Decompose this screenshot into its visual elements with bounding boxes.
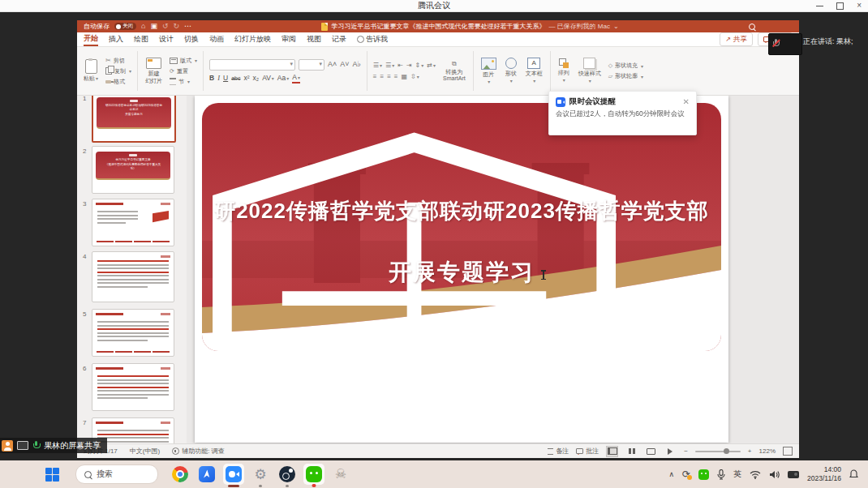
cut-button[interactable]: ✂剪切 (105, 57, 131, 65)
device-tray-icon[interactable] (788, 471, 799, 478)
notification-close-icon[interactable]: ✕ (683, 97, 690, 106)
align-center-button[interactable]: ≡ (380, 73, 385, 80)
slide-thumbnail-3[interactable] (92, 199, 174, 246)
paste-button[interactable]: 粘贴 (82, 49, 100, 93)
columns-button[interactable]: ▦ (402, 73, 408, 80)
language-indicator[interactable]: 中文(中国) (130, 447, 160, 456)
speaker-icon[interactable] (769, 470, 780, 479)
align-left-button[interactable]: ≡ (373, 73, 377, 80)
participants-icon[interactable] (2, 440, 13, 452)
tab-animations[interactable]: 动画 (209, 32, 224, 46)
tab-view[interactable]: 视图 (307, 32, 321, 46)
tab-design[interactable]: 设计 (159, 32, 174, 46)
slide-thumbnail-6[interactable] (92, 363, 174, 411)
notification-bell-icon[interactable] (849, 469, 858, 479)
italic-button[interactable]: I (217, 75, 220, 82)
tab-home[interactable]: 开始 (84, 32, 98, 46)
zoom-slider[interactable] (695, 451, 741, 452)
numbering-button[interactable]: ☰ (385, 62, 394, 70)
picture-button[interactable]: 图片 (479, 49, 498, 93)
change-case-button[interactable]: Aa (277, 75, 289, 83)
reading-view-button[interactable] (645, 446, 657, 457)
redo-icon[interactable]: ↻ (174, 23, 180, 30)
taskbar-app-blue[interactable] (196, 464, 217, 485)
tab-transitions[interactable]: 切换 (184, 32, 199, 46)
mic-icon[interactable] (32, 441, 40, 450)
start-button[interactable] (45, 468, 59, 482)
superscript-button[interactable]: x² (243, 75, 249, 82)
accessibility-status[interactable]: 辅助功能: 调查 (172, 447, 224, 456)
character-spacing-button[interactable]: AV (262, 75, 274, 83)
undo-icon[interactable]: ↺ (162, 23, 169, 30)
tab-draw[interactable]: 绘图 (134, 32, 148, 46)
reset-button[interactable]: ⟳重置 (170, 67, 197, 75)
layout-button[interactable]: 版式 (170, 57, 197, 65)
convert-smartart-button[interactable]: ⧉ 转换为SmartArt (441, 49, 467, 93)
tab-insert[interactable]: 插入 (109, 32, 123, 46)
copy-button[interactable]: 复制 (105, 67, 131, 75)
normal-view-button[interactable] (606, 446, 618, 457)
taskbar-app-tencent-meeting[interactable] (223, 464, 244, 485)
arrange-button[interactable]: 排列 (556, 49, 571, 93)
bold-button[interactable]: B (209, 75, 214, 82)
maximize-icon[interactable] (836, 2, 844, 10)
textbox-button[interactable]: A 文本框 (524, 49, 544, 93)
strikethrough-button[interactable]: abc (231, 75, 240, 82)
slide-thumbnail-4[interactable] (92, 251, 174, 302)
notes-button[interactable]: 备注 (548, 447, 569, 456)
shapes-button[interactable]: 形状 (504, 49, 518, 93)
font-size-combobox[interactable] (299, 59, 324, 71)
text-direction-button[interactable]: ⇄ (427, 62, 436, 70)
shape-outline-button[interactable]: ▱形状轮廓 (608, 72, 643, 80)
clear-formatting-button[interactable]: A♭ (353, 61, 361, 68)
microphone-icon[interactable] (717, 469, 725, 480)
tab-record[interactable]: 记录 (332, 32, 346, 46)
taskbar-app-wechat[interactable] (303, 464, 324, 485)
slideshow-button[interactable] (664, 446, 677, 457)
slide-sorter-view-button[interactable] (625, 446, 638, 457)
slide-thumbnail-2[interactable]: 学习习近平总书记重要文章 《推进中国式现代化需要处理好若干重大关系》 (92, 146, 174, 194)
taskbar-app-steam[interactable] (277, 464, 298, 485)
taskbar-app-chrome[interactable] (170, 464, 191, 485)
more-icon[interactable]: ⋯ (184, 23, 191, 30)
search-icon[interactable] (749, 24, 755, 30)
subscript-button[interactable]: x₂ (253, 75, 260, 82)
align-text-button[interactable]: ⇳ (410, 73, 419, 81)
decrease-indent-button[interactable]: ⇤ (397, 62, 403, 69)
line-spacing-button[interactable]: ⇕ (415, 62, 424, 70)
participant-video-tile[interactable] (768, 33, 802, 55)
tab-review[interactable]: 审阅 (281, 32, 296, 46)
fit-to-window-icon[interactable] (783, 447, 793, 456)
bullets-button[interactable]: ☰ (373, 62, 382, 70)
justify-button[interactable]: ≡ (394, 73, 398, 80)
ime-indicator[interactable]: 英 (733, 469, 741, 480)
zoom-level[interactable]: 122% (759, 447, 776, 455)
screen-share-pill[interactable]: 果林的屏幕共享 (0, 438, 107, 453)
slide-canvas[interactable]: 西南交通大學 Southwest Jiaotong University 研20… (195, 96, 728, 443)
taskbar-search[interactable]: 搜索 (75, 464, 158, 484)
zoom-in-button[interactable]: + (748, 447, 752, 455)
sync-icon[interactable]: ⟳ (682, 469, 690, 479)
taskbar-app-game[interactable]: ☠ (330, 464, 351, 485)
font-color-button[interactable]: A (292, 74, 300, 83)
underline-button[interactable]: U (223, 75, 228, 82)
slide-title-line2[interactable]: 开展专题学习 (202, 257, 721, 288)
chevron-down-icon[interactable]: ⌄ (613, 23, 619, 30)
clock[interactable]: 14:00 2023/11/16 (807, 465, 841, 482)
minimize-icon[interactable] (816, 6, 823, 6)
close-icon[interactable]: × (857, 2, 862, 10)
save-icon[interactable]: ▣ (150, 23, 157, 30)
shape-fill-button[interactable]: ◇形状填充 (608, 62, 643, 70)
share-button[interactable]: ↗共享 (720, 32, 753, 46)
monitor-icon[interactable] (17, 441, 28, 450)
home-icon[interactable]: ⌂ (141, 23, 145, 30)
wifi-icon[interactable] (750, 470, 761, 479)
align-right-button[interactable]: ≡ (387, 73, 391, 80)
slide-thumbnail-1[interactable]: 研2022传播哲学党支部联动研2023传播哲学党支部 开展专题学习 (92, 93, 176, 143)
taskbar-app-settings[interactable]: ⚙ (250, 464, 271, 485)
autosave-toggle[interactable]: 关闭 (114, 23, 136, 30)
format-painter-button[interactable]: 格式 (105, 78, 131, 86)
zoom-out-button[interactable]: − (684, 447, 688, 455)
zoom-slider-thumb[interactable] (724, 448, 729, 454)
slide-thumbnail-5[interactable] (92, 309, 174, 357)
